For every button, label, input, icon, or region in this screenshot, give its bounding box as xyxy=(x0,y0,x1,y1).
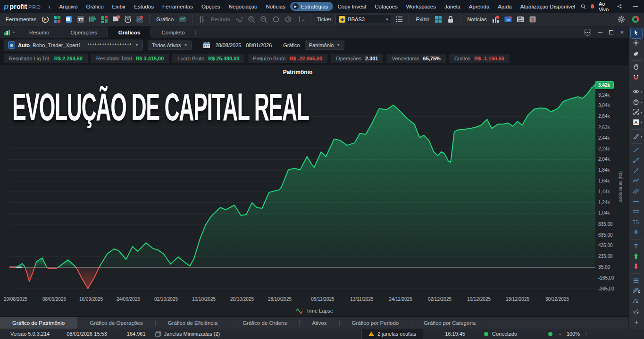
menu-ajuda[interactable]: Ajuda xyxy=(494,2,515,11)
search-icon[interactable] xyxy=(581,3,586,10)
date-range[interactable]: 28/08/2025 - 08/01/2026 xyxy=(215,42,272,48)
crosshair-icon[interactable] xyxy=(631,39,642,49)
add-tool-button[interactable]: + xyxy=(631,317,642,327)
share-icon[interactable] xyxy=(617,3,622,9)
periodo-bars-icon[interactable] xyxy=(197,15,207,24)
collapse-menu-chevron[interactable]: ‹ xyxy=(49,3,51,10)
cursor-icon[interactable] xyxy=(631,28,642,38)
menu-arquivo[interactable]: Arquivo xyxy=(55,2,81,11)
brush-icon[interactable]: ▾ xyxy=(631,132,642,141)
magnet-icon[interactable] xyxy=(631,73,642,83)
arrow-line-icon[interactable] xyxy=(631,166,642,176)
scanner-icon[interactable] xyxy=(135,15,144,24)
eye-icon[interactable]: ▾ xyxy=(631,87,642,97)
tab-resumo[interactable]: Resumo xyxy=(19,26,60,38)
zoom-out-icon[interactable] xyxy=(259,15,268,24)
panel-close-button[interactable]: × xyxy=(620,30,624,35)
more-options-icon[interactable]: ••• xyxy=(584,29,591,36)
list-icon[interactable] xyxy=(394,15,404,24)
menu-copy-invest[interactable]: Copy Invest xyxy=(334,2,370,11)
tab-completo[interactable]: Completo xyxy=(151,26,195,38)
bottom-tab-gr-fico-por-periodo[interactable]: Gráfico por Periodo xyxy=(340,317,411,329)
tt-box-icon[interactable]: TT xyxy=(76,15,85,24)
strategy-select[interactable]: ◙ Auto Robo_Trader_Xpert1 - ************… xyxy=(4,40,143,50)
gear-icon[interactable] xyxy=(617,15,626,24)
zigzag-icon[interactable] xyxy=(631,176,642,186)
menu-exibir[interactable]: Exibir xyxy=(109,2,130,11)
hidden-windows-button[interactable]: 2 janelas ocultas xyxy=(361,329,423,339)
lines-stack-icon[interactable] xyxy=(631,276,642,286)
menu-workspaces[interactable]: Workspaces xyxy=(402,2,440,11)
grafico-box-icon[interactable] xyxy=(178,15,187,24)
hatch-c-icon[interactable]: C xyxy=(631,286,642,296)
grid-view-icon[interactable] xyxy=(434,15,443,24)
text-a-icon[interactable]: A▾ xyxy=(631,118,642,128)
candle-pattern-icon[interactable] xyxy=(631,228,642,238)
menu-gr-fico[interactable]: Gráfico xyxy=(82,2,107,11)
calendar-icon[interactable] xyxy=(203,41,210,49)
parallel-lines-icon[interactable] xyxy=(631,187,642,197)
replay-icon[interactable] xyxy=(41,15,50,24)
double-lines-icon[interactable] xyxy=(631,207,642,217)
menu-aprenda[interactable]: Aprenda xyxy=(465,2,493,11)
stopwatch-icon[interactable]: ▾ xyxy=(631,97,642,107)
tab-operações[interactable]: Operações xyxy=(60,26,108,38)
alarm-icon[interactable] xyxy=(123,15,133,24)
menu-atualiza-o-dispon-vel[interactable]: Atualização Disponível xyxy=(517,2,579,11)
arrow-down-icon[interactable] xyxy=(631,262,642,272)
cursor-a-icon[interactable]: A xyxy=(296,15,305,24)
tv-icon[interactable]: TV xyxy=(503,15,513,24)
arrow-up-icon[interactable] xyxy=(631,252,642,262)
profit-circle-icon[interactable] xyxy=(631,15,640,24)
newspaper-icon[interactable] xyxy=(516,15,525,24)
zoom-time-icon[interactable] xyxy=(284,15,293,24)
wave-icon[interactable] xyxy=(234,15,244,24)
news-chart-icon[interactable] xyxy=(491,15,501,24)
lock-icon[interactable] xyxy=(446,15,455,24)
dollar-icon[interactable]: $ xyxy=(528,15,537,24)
bottom-tab-gr-fico-de-patrim-nio[interactable]: Gráfico de Patrimônio xyxy=(0,317,77,329)
notes-icon[interactable] xyxy=(64,15,74,24)
window-chart-icon[interactable]: ˄ xyxy=(0,29,19,36)
h-line-icon[interactable] xyxy=(631,197,642,207)
text-t-icon[interactable]: T xyxy=(631,241,642,251)
chart-type-select[interactable]: Patrimônio ▼ xyxy=(305,41,345,50)
segment-icon[interactable] xyxy=(631,156,642,166)
eraser-icon[interactable] xyxy=(631,49,642,58)
hand-icon[interactable] xyxy=(631,63,642,73)
bottom-tab-gr-fico-por-categoria[interactable]: Gráfico por Categoria xyxy=(411,317,488,329)
window-minimize-button[interactable] xyxy=(633,6,638,7)
tab-gráficos[interactable]: Gráficos xyxy=(108,26,151,38)
curve-x-icon[interactable] xyxy=(631,297,642,306)
zoom-back-icon[interactable] xyxy=(271,15,281,24)
range-bars-icon[interactable] xyxy=(631,217,642,227)
minimized-windows-label[interactable]: Janelas Minimizadas (2) xyxy=(164,331,220,337)
chat-icon[interactable] xyxy=(111,15,121,24)
menu-janela[interactable]: Janela xyxy=(441,2,464,11)
zoom-out-button[interactable]: - xyxy=(559,331,561,337)
dashboard-icon[interactable] xyxy=(52,15,62,24)
ticker-select[interactable]: ◆ BBAS3 ▼ xyxy=(335,15,392,24)
equity-chart[interactable]: Patrimônio EVOLUÇÃO DE CAPITAL REAL 3,24… xyxy=(0,65,628,295)
angle-f-icon[interactable]: F xyxy=(631,306,642,316)
bottom-tab-gr-fico-de-opera-es[interactable]: Gráfico de Operações xyxy=(77,317,155,329)
menu-estrategias[interactable]: ▶Estratégias xyxy=(290,2,333,11)
menu-estudos[interactable]: Estudos xyxy=(130,2,158,11)
menu-cota-es[interactable]: Cotações xyxy=(371,2,401,11)
menu-negocia-o[interactable]: Negociação xyxy=(225,2,261,11)
menu-not-cias[interactable]: Notícias xyxy=(262,2,289,11)
menu-ferramentas[interactable]: Ferramentas xyxy=(159,2,197,11)
assets-select[interactable]: Todos Ativos ▼ xyxy=(148,41,192,50)
pencil-box-icon[interactable]: ▾ xyxy=(631,107,642,117)
menu-op-es[interactable]: Opções xyxy=(198,2,224,11)
zoom-in-button[interactable]: + xyxy=(585,331,587,337)
trend-line-icon[interactable] xyxy=(631,146,642,156)
bottom-tab-ativos[interactable]: Ativos xyxy=(300,317,339,329)
bottom-tab-gr-fico-de-efici-ncia[interactable]: Gráfico de Eficiência xyxy=(156,317,230,329)
panel-minimize-button[interactable] xyxy=(598,32,602,33)
list-bars-icon[interactable] xyxy=(88,15,97,24)
panel-maximize-button[interactable] xyxy=(609,30,613,34)
bottom-tab-gr-fico-de-ordens[interactable]: Gráfico de Ordens xyxy=(230,317,299,329)
zoom-in-icon[interactable] xyxy=(247,15,256,24)
blocks-icon[interactable] xyxy=(100,15,109,24)
